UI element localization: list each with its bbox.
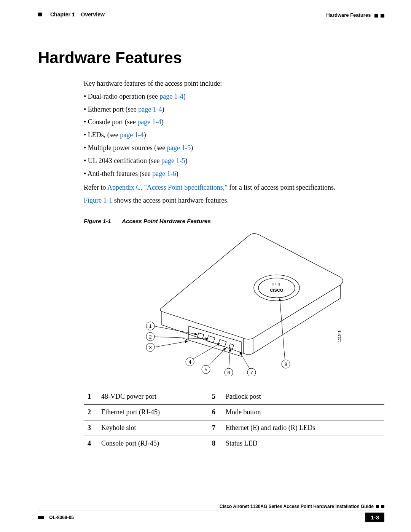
table-row: 2Ethernet port (RJ-45)6Mode button [84, 404, 384, 420]
page-link[interactable]: page 1-4 [120, 131, 143, 139]
list-item: Multiple power sources (see page 1-5) [84, 143, 384, 153]
section-name: Hardware Features [326, 12, 371, 18]
chapter-title: Overview [81, 11, 105, 18]
svg-line-21 [207, 348, 226, 367]
book-title: Cisco Aironet 1130AG Series Access Point… [220, 504, 374, 509]
hardware-diagram: · ı | ı · ı | ı · CISCO 121541 1 [84, 228, 384, 380]
list-item: Ethernet port (see page 1-4) [84, 104, 384, 115]
page-link[interactable]: page 1-5 [161, 157, 185, 165]
link-figure-1-1[interactable]: Figure 1-1 [84, 197, 113, 204]
page-title: Hardware Features [38, 49, 384, 67]
svg-rect-1 [197, 333, 204, 339]
svg-text:6: 6 [227, 370, 230, 375]
page-link[interactable]: page 1-4 [137, 118, 161, 126]
table-row: 3Keyhole slot7Ethernet (E) and radio (R)… [84, 420, 384, 436]
svg-text:CISCO: CISCO [270, 288, 284, 292]
svg-text:5: 5 [204, 367, 207, 372]
svg-line-12 [153, 337, 208, 339]
svg-line-0 [183, 338, 188, 340]
table-row: 148-VDC power port5Padlock post [84, 389, 384, 404]
svg-text:7: 7 [250, 370, 253, 375]
svg-line-9 [153, 326, 197, 334]
svg-rect-4 [229, 344, 234, 349]
list-item: Dual-radio operation (see page 1-4) [84, 91, 384, 102]
svg-text:3: 3 [149, 345, 151, 350]
intro-text: Key hardware features of the access poin… [84, 78, 384, 89]
callout-legend-table: 148-VDC power port5Padlock post2Ethernet… [84, 389, 384, 452]
svg-text:8: 8 [284, 361, 287, 367]
svg-rect-3 [218, 340, 226, 347]
page-link[interactable]: page 1-5 [167, 144, 191, 152]
page-link[interactable]: page 1-6 [152, 170, 176, 177]
list-item: UL 2043 certification (see page 1-5) [84, 156, 384, 166]
fig-ref-paragraph: Figure 1-1 shows the access point hardwa… [84, 195, 384, 206]
page-link[interactable]: page 1-4 [138, 105, 162, 113]
page-link[interactable]: page 1-4 [159, 93, 183, 100]
ref-paragraph: Refer to Appendix C, "Access Point Speci… [84, 182, 384, 193]
svg-text:2: 2 [149, 334, 151, 340]
svg-text:· ı | ı · ı | ı ·: · ı | ı · ı | ı · [271, 283, 283, 286]
doc-id: OL-8369-05 [49, 515, 74, 520]
svg-text:1: 1 [149, 323, 151, 329]
figure-caption: Figure 1-1 Access Point Hardware Feature… [84, 217, 384, 225]
svg-line-18 [192, 343, 220, 359]
page-footer: Cisco Aironet 1130AG Series Access Point… [38, 504, 384, 522]
svg-line-15 [153, 341, 188, 347]
svg-line-24 [229, 349, 230, 369]
page-header: Chapter 1 Overview Hardware Features [38, 11, 384, 19]
drawing-number-label: 121541 [338, 331, 341, 342]
svg-text:4: 4 [188, 359, 191, 365]
table-row: 4Console port (RJ-45)8Status LED [84, 436, 384, 451]
list-item: LEDs, (see page 1-4) [84, 130, 384, 141]
page-number: 1-3 [365, 513, 384, 522]
feature-list: Dual-radio operation (see page 1-4)Ether… [84, 91, 384, 179]
list-item: Anti-theft features (see page 1-6) [84, 169, 384, 179]
svg-line-30 [280, 299, 285, 361]
list-item: Console port (see page 1-4) [84, 117, 384, 128]
chapter-label: Chapter 1 [50, 11, 75, 18]
link-appendix-c[interactable]: Appendix C, "Access Point Specifications… [107, 184, 228, 191]
